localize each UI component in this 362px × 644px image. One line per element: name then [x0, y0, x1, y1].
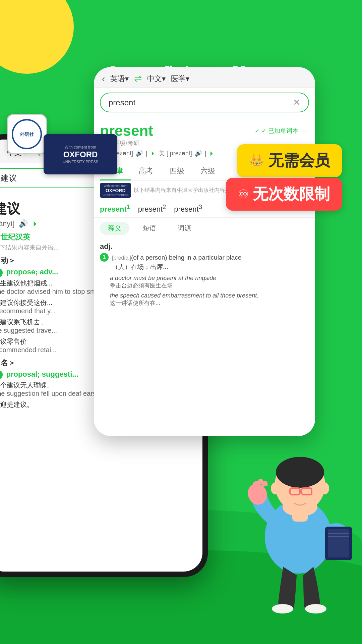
variant-3[interactable]: present3 [174, 203, 202, 214]
speaker-us-icon[interactable]: 🔊 [195, 150, 202, 157]
def-text: [predic.](of a person) being in a partic… [112, 253, 241, 263]
phone2-search-value: present [109, 98, 135, 107]
svg-point-7 [320, 482, 329, 494]
check-icon: ✓ [255, 127, 259, 135]
subtab-etymology[interactable]: 词源 [170, 222, 199, 235]
phone2-swap-btn[interactable]: ⇌ [134, 73, 142, 84]
svg-point-2 [276, 457, 324, 488]
infinity-icon: ♾ [238, 187, 249, 201]
phone-mockup-2: ‹ 英语▾ ⇌ 中文▾ 医学▾ present ✕ present ✓ ✓ 已加… [94, 67, 315, 436]
oxford-badge-line1: With content from [65, 145, 96, 150]
play-us-icon[interactable]: ⏵ [209, 150, 215, 157]
tab-cet6[interactable]: 六级 [192, 163, 223, 180]
oxford-badge-line2: OXFORD [63, 150, 98, 160]
example-1-en: a doctor must be present at the ringside [110, 275, 309, 282]
phone2-lang-left[interactable]: 英语▾ [110, 74, 129, 84]
def-row-1: 1 [predic.](of a person) being in a part… [100, 253, 309, 272]
svg-point-6 [271, 482, 280, 494]
play-icon[interactable]: ⏵ [32, 219, 39, 228]
crown-icon: 👑 [249, 154, 264, 168]
more-icon[interactable]: ··· [303, 126, 309, 135]
svg-point-17 [283, 498, 317, 517]
phone2-subtabs: 释义 短语 词源 [94, 218, 315, 239]
example-2-en: the speech caused embarrassment to all t… [110, 292, 309, 299]
oxford-badge-line3: UNIVERSITY PRESS [63, 160, 98, 164]
search-clear-icon[interactable]: ✕ [293, 97, 300, 108]
def-num-1: 1 [100, 253, 109, 262]
variant-2[interactable]: present2 [138, 203, 166, 214]
example-1-zh: 拳击台边必须有医生在场 [110, 282, 309, 289]
waiyan-logo: 外研社 [7, 114, 47, 154]
tab-gaokao[interactable]: 高考 [131, 163, 162, 180]
phone2-search[interactable]: present ✕ [100, 93, 309, 112]
vip-badge-text: 无需会员 [268, 150, 330, 171]
speaker-icon[interactable]: 🔊 [19, 219, 28, 228]
example-2-zh: 这一讲话使所有在... [110, 299, 309, 307]
subtab-phrase[interactable]: 短语 [135, 222, 164, 235]
unlimited-badge-text: 无次数限制 [253, 184, 330, 205]
variant-1[interactable]: present1 [100, 203, 130, 214]
tab-cet4[interactable]: 四级 [162, 163, 192, 180]
phone2-definition: adj. 1 [predic.](of a person) being in a… [94, 239, 315, 310]
play-uk-icon[interactable]: ⏵ [150, 150, 156, 157]
oxford-auth-text: 以下结果内容来自牛津大学出版社内容授权 [134, 187, 236, 194]
oxford-badge: With content from OXFORD UNIVERSITY PRES… [44, 134, 117, 174]
subtab-meaning[interactable]: 释义 [100, 222, 129, 235]
oxford-logo-small: With content from OXFORD UNIVERSITY PRES… [100, 183, 131, 198]
character-illustration [235, 423, 362, 617]
phone2-lang-right[interactable]: 中文▾ [147, 74, 166, 84]
speaker-uk-icon[interactable]: 🔊 [136, 150, 143, 157]
svg-point-15 [305, 604, 326, 613]
phone2-back-btn[interactable]: ‹ [102, 73, 105, 84]
phone2-topbar: ‹ 英语▾ ⇌ 中文▾ 医学▾ [94, 67, 315, 88]
phone2-usage[interactable]: 医学▾ [171, 74, 189, 84]
unlimited-badge: ♾ 无次数限制 [226, 178, 342, 211]
def-zh: （人）在场；出席... [112, 262, 241, 272]
svg-point-14 [272, 604, 293, 613]
vip-badge: 👑 无需会员 [237, 144, 342, 177]
phone2-added-badge: ✓ ✓ 已加单词本 ··· [255, 126, 309, 135]
def-pos: adj. [100, 242, 309, 251]
